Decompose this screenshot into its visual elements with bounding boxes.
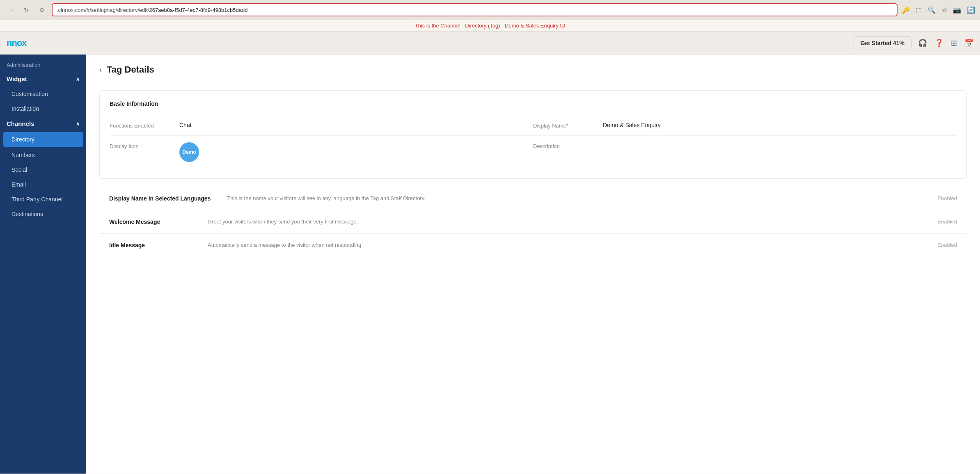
- functions-enabled-value: Chat: [179, 122, 192, 128]
- url-prefix: .cinnox.com/#/setting/tag/directory/edit…: [57, 7, 149, 13]
- idle-message-description: Automatically send a message to the visi…: [208, 242, 916, 248]
- sidebar-item-installation[interactable]: Installation: [0, 101, 86, 116]
- channels-chevron-icon: ∧: [76, 121, 80, 127]
- key-icon[interactable]: 🔑: [902, 6, 910, 14]
- profile-icon[interactable]: 🔄: [967, 6, 975, 14]
- sidebar-item-social[interactable]: Social: [0, 162, 86, 177]
- page-title: Tag Details: [107, 64, 154, 75]
- sidebar-item-customisation[interactable]: Customisation: [0, 87, 86, 101]
- back-button[interactable]: ‹: [99, 66, 102, 74]
- screenshot-icon[interactable]: 📷: [953, 6, 961, 14]
- logo-accent: o: [17, 38, 22, 48]
- description-label: Description: [533, 142, 586, 149]
- display-name-value: Demo & Sales Enquiry: [603, 122, 661, 128]
- app-logo: nnox: [7, 38, 27, 48]
- display-icon-row: Display Icon Demo: [110, 136, 533, 169]
- logo-x: x: [22, 38, 26, 48]
- basic-info-grid: Functions Enabled Chat Display Name* Dem…: [110, 115, 957, 169]
- widget-chevron-icon: ∧: [76, 76, 80, 82]
- notification-text: This is the Channel - Directory (Tag) - …: [414, 23, 565, 29]
- sidebar-item-destinations[interactable]: Destinations: [0, 207, 86, 221]
- sidebar-group-channels[interactable]: Channels ∧: [0, 116, 86, 131]
- welcome-message-description: Greet your visitors when they send you t…: [208, 219, 916, 225]
- calendar-icon[interactable]: 📅: [964, 39, 973, 48]
- grid-icon[interactable]: ⊞: [951, 39, 957, 48]
- browser-toolbar: → ↻ ⊙ .cinnox.com/#/setting/tag/director…: [0, 0, 980, 20]
- logo-text: nn: [7, 38, 17, 48]
- functions-enabled-label: Functions Enabled: [110, 122, 163, 129]
- required-indicator: *: [566, 123, 568, 129]
- settings-section: Display Name in Selected Languages This …: [99, 187, 967, 257]
- sidebar-item-directory[interactable]: Directory: [3, 132, 83, 147]
- sidebar-item-third-party-channel[interactable]: Third Party Channel: [0, 192, 86, 207]
- welcome-message-label: Welcome Message: [109, 219, 191, 225]
- main-content: ‹ Tag Details Basic Information Function…: [86, 55, 980, 474]
- page-header: ‹ Tag Details: [86, 55, 980, 82]
- sidebar-section-label: Administration: [0, 55, 86, 71]
- sidebar-group-widget-label: Widget: [7, 75, 27, 82]
- display-name-label: Display Name*: [533, 122, 586, 129]
- notification-bar: This is the Channel - Directory (Tag) - …: [0, 20, 980, 32]
- sidebar-item-numbers[interactable]: Numbers: [0, 148, 86, 162]
- help-icon[interactable]: ❓: [934, 39, 943, 48]
- description-row: Description: [533, 136, 957, 169]
- welcome-message-status: Enabled: [932, 219, 957, 225]
- get-started-button[interactable]: Get Started 41%: [854, 36, 911, 50]
- display-icon-text: Demo: [182, 149, 196, 155]
- display-name-languages-description: This is the name your visitors will see …: [227, 195, 916, 201]
- back-nav-button[interactable]: →: [5, 4, 16, 16]
- display-name-languages-label: Display Name in Selected Languages: [109, 195, 211, 202]
- app-header: nnox Get Started 41% 🎧 ❓ ⊞ 📅: [0, 32, 980, 55]
- app-body: Administration Widget ∧ Customisation In…: [0, 55, 980, 474]
- browser-chrome: → ↻ ⊙ .cinnox.com/#/setting/tag/director…: [0, 0, 980, 20]
- idle-message-row: Idle Message Automatically send a messag…: [99, 234, 967, 257]
- display-name-languages-status: Enabled: [932, 195, 957, 201]
- refresh-button[interactable]: ↻: [21, 4, 32, 16]
- search-icon[interactable]: 🔍: [927, 6, 936, 14]
- star-icon[interactable]: ☆: [941, 6, 947, 14]
- functions-enabled-row: Functions Enabled Chat: [110, 115, 533, 135]
- display-name-languages-row: Display Name in Selected Languages This …: [99, 187, 967, 210]
- sidebar: Administration Widget ∧ Customisation In…: [0, 55, 86, 474]
- basic-info-title: Basic Information: [110, 100, 957, 107]
- header-icons: 🎧 ❓ ⊞ 📅: [918, 39, 973, 48]
- idle-message-status: Enabled: [932, 242, 957, 248]
- sidebar-group-channels-label: Channels: [7, 120, 34, 127]
- display-icon-circle[interactable]: Demo: [179, 142, 199, 162]
- display-name-row: Display Name* Demo & Sales Enquiry: [533, 115, 957, 135]
- headphone-icon[interactable]: 🎧: [918, 39, 927, 48]
- url-id: 267aeb8a-f5d7-4ec7-8fd9-498b1cb5dadd: [149, 7, 247, 13]
- welcome-message-row: Welcome Message Greet your visitors when…: [99, 210, 967, 234]
- display-icon-label: Display Icon: [110, 142, 163, 149]
- sidebar-group-widget[interactable]: Widget ∧: [0, 71, 86, 87]
- idle-message-label: Idle Message: [109, 242, 191, 248]
- basic-info-section: Basic Information Functions Enabled Chat…: [99, 90, 967, 179]
- sidebar-item-email[interactable]: Email: [0, 177, 86, 192]
- external-link-icon[interactable]: ⬚: [916, 6, 922, 14]
- browser-action-icons: 🔑 ⬚ 🔍 ☆ 📷 🔄: [902, 6, 975, 14]
- mode-button[interactable]: ⊙: [36, 4, 48, 16]
- url-bar[interactable]: .cinnox.com/#/setting/tag/directory/edit…: [52, 3, 898, 16]
